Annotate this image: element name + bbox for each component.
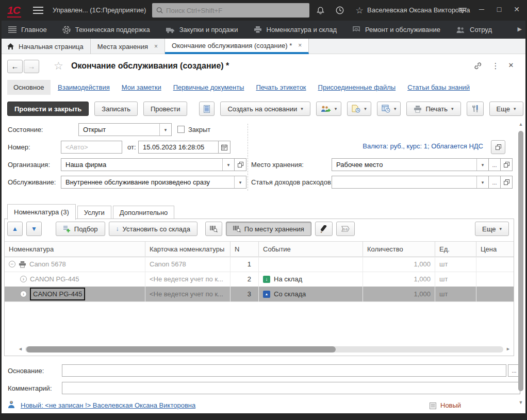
date-input[interactable] <box>138 141 219 154</box>
expense-ellipsis-button[interactable]: ... <box>488 176 501 189</box>
section-tech-support[interactable]: Техническая поддержка <box>62 26 150 34</box>
col-nomenclature[interactable]: Номенклатура <box>5 242 145 257</box>
organization-open-icon[interactable] <box>234 158 246 171</box>
chevron-down-icon[interactable]: ▾ <box>476 159 488 171</box>
post-button[interactable]: Провести <box>143 102 188 116</box>
comment-input[interactable] <box>62 382 520 394</box>
expand-icon[interactable]: › <box>20 291 27 297</box>
scroll-up-icon[interactable]: ▲ <box>517 122 524 127</box>
expense-item-select[interactable]: ▾ <box>332 176 489 189</box>
chevron-down-icon[interactable]: ▾ <box>159 124 171 136</box>
add-contact-button[interactable]: ▾ <box>316 102 342 116</box>
favorite-star-icon[interactable]: ☆ <box>54 60 63 72</box>
col-card[interactable]: Карточка номенклатуры <box>145 242 230 257</box>
global-search[interactable] <box>152 3 309 18</box>
connection-icon[interactable] <box>457 5 468 15</box>
tab-storage-places[interactable]: Места хранения × <box>91 39 165 54</box>
col-quantity[interactable]: Количество <box>363 242 435 257</box>
service-select[interactable]: Внутреннее обслуживание произведено сраз… <box>61 176 246 189</box>
table-row[interactable]: › CANON PG-445 <Не ведется учет по к... … <box>5 272 514 287</box>
print-button[interactable]: Печать ▾ <box>406 102 460 116</box>
items-table-header[interactable]: Номенклатура Карточка номенклатуры N Соб… <box>5 241 514 257</box>
table-row-selected[interactable]: › CANON PG-445 <Не ведется учет по к... … <box>5 287 514 302</box>
closed-checkbox[interactable] <box>177 126 185 133</box>
col-unit[interactable]: Ед. <box>435 242 476 257</box>
section-main[interactable]: Главное <box>8 26 47 33</box>
nav-link-primary-docs[interactable]: Первичные документы <box>173 83 244 91</box>
tab-home[interactable]: Начальная страница <box>0 39 91 54</box>
close-form-icon[interactable]: ✕ <box>505 61 517 69</box>
save-button[interactable]: Записать <box>94 102 138 116</box>
scrollbar-thumb[interactable] <box>26 346 336 352</box>
notifications-icon[interactable] <box>315 5 326 15</box>
items-more-button[interactable]: Еще▾ <box>475 222 509 236</box>
section-employees[interactable]: Сотруд <box>456 26 492 33</box>
storage-ellipsis-button[interactable]: ... <box>488 158 501 171</box>
document-status-link[interactable]: Новый: <не записан !> Васелевская Оксана… <box>21 401 195 409</box>
barcode-scan-button[interactable] <box>205 222 222 236</box>
nav-link-attachments[interactable]: Присоединенные файлы <box>318 83 396 91</box>
register-records-button[interactable] <box>199 102 215 116</box>
item-name-focused[interactable]: CANON PG-445 <box>30 288 85 300</box>
minimize-button[interactable]: ─ <box>475 5 488 13</box>
section-purchases-sales[interactable]: Закупки и продажи <box>166 26 238 33</box>
scrollbar-thumb[interactable] <box>518 131 523 391</box>
col-n[interactable]: N <box>230 242 259 257</box>
storage-open-icon[interactable] <box>500 158 513 171</box>
user-name[interactable]: Васелевская Оксана Викторовна <box>367 6 470 14</box>
marker-button[interactable] <box>315 222 333 236</box>
organization-select[interactable]: Наша фирма ▾ <box>61 158 235 171</box>
move-up-button[interactable]: ▲ <box>7 222 23 236</box>
get-link-icon[interactable] <box>472 61 483 72</box>
close-tab-icon[interactable]: × <box>298 42 302 49</box>
create-task-button[interactable]: ▾ <box>347 102 371 116</box>
more-button[interactable]: Еще▾ <box>489 102 523 116</box>
tab-additional[interactable]: Дополнительно <box>113 206 175 220</box>
scroll-left-icon[interactable]: ◄ <box>18 346 23 351</box>
by-storage-place-button[interactable]: По месту хранения <box>226 222 311 236</box>
move-down-button[interactable]: ▼ <box>26 222 42 236</box>
col-event[interactable]: Событие <box>259 242 363 257</box>
chevron-down-icon[interactable]: ▾ <box>234 176 246 188</box>
number-input[interactable] <box>61 141 122 154</box>
kebab-menu-icon[interactable]: ⋮ <box>490 61 501 71</box>
nav-tab-main[interactable]: Основное <box>7 80 51 95</box>
expand-icon[interactable]: › <box>20 276 27 282</box>
set-from-stock-button[interactable]: ↓ Установить со склада <box>109 222 197 236</box>
tab-services[interactable]: Услуги <box>77 206 111 220</box>
section-repair-service[interactable]: Ремонт и обслуживание <box>352 26 440 33</box>
tab-service-completion[interactable]: Окончание обслуживания (создание) * × <box>165 39 309 54</box>
favorites-icon[interactable]: ☆ <box>354 5 365 15</box>
scroll-down-icon[interactable]: ▼ <box>517 400 524 405</box>
menu-overflow-icon[interactable]: ▶ <box>518 26 522 32</box>
nav-link-kb-articles[interactable]: Статьи базы знаний <box>407 83 470 91</box>
storage-place-select[interactable]: Рабочее место ▾ <box>332 158 489 171</box>
chevron-down-icon[interactable]: ▾ <box>476 176 488 188</box>
nav-link-notes[interactable]: Мои заметки <box>122 83 161 91</box>
collapse-icon[interactable]: − <box>9 261 15 267</box>
vertical-scrollbar[interactable]: ▲ ▼ <box>517 122 524 405</box>
service-tools-button[interactable] <box>467 102 484 116</box>
close-window-button[interactable]: ✕ <box>510 5 523 13</box>
search-input[interactable] <box>166 7 305 14</box>
basis-input[interactable] <box>62 364 506 377</box>
history-icon[interactable] <box>334 5 345 15</box>
calendar-icon[interactable] <box>218 141 230 154</box>
post-and-close-button[interactable]: Провести и закрыть <box>7 102 89 116</box>
back-button[interactable]: ← <box>7 60 23 73</box>
nav-link-interactions[interactable]: Взаимодействия <box>58 83 110 91</box>
close-tab-icon[interactable]: × <box>154 43 158 50</box>
tab-nomenclature[interactable]: Номенклатура (3) <box>7 204 76 220</box>
currency-info-link[interactable]: Валюта: руб., курс: 1; Облагается НДС <box>330 142 483 150</box>
expense-open-icon[interactable] <box>500 176 513 189</box>
forward-button[interactable]: → <box>24 60 39 73</box>
currency-open-icon[interactable] <box>491 140 505 154</box>
chevron-down-icon[interactable]: ▾ <box>222 159 234 171</box>
section-nomenclature[interactable]: Номенклатура и склад <box>254 26 337 33</box>
price-tag-button[interactable]: 0-9 <box>336 222 355 236</box>
create-reminder-button[interactable]: ▾ <box>377 102 401 116</box>
scroll-right-icon[interactable]: ► <box>506 346 510 351</box>
table-row[interactable]: − Canon 5678 Canon 5678 1 1,000 шт <box>5 257 514 272</box>
nav-link-labels[interactable]: Печать этикеток <box>256 83 306 91</box>
col-price[interactable]: Цена <box>476 242 514 257</box>
